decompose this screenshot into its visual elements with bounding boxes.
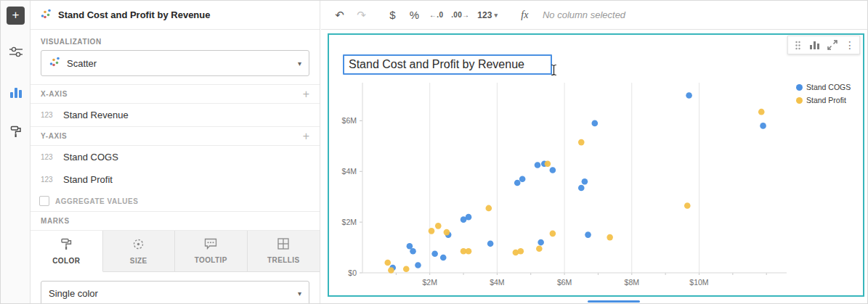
tab-tooltip[interactable]: TOOLTIP	[175, 231, 248, 272]
svg-text:$6M: $6M	[342, 116, 357, 125]
viz-type-value: Scatter	[67, 58, 291, 69]
y-axis-section-header: Y-AXIS +	[31, 126, 320, 146]
chart-legend: Stand COGS Stand Profit	[796, 83, 851, 104]
field-name: Stand Revenue	[63, 110, 129, 120]
numeric-type-icon: 123	[41, 111, 57, 119]
x-axis-label: X-AXIS	[41, 90, 303, 98]
marks-label: MARKS	[41, 217, 309, 225]
x-axis-section-header: X-AXIS +	[31, 84, 320, 104]
tab-label: COLOR	[52, 257, 80, 265]
legend-label: Stand Profit	[806, 96, 846, 104]
redo-button[interactable]: ↷	[352, 6, 371, 25]
formula-input[interactable]	[543, 9, 859, 20]
y-axis-field-stand-profit[interactable]: 123 Stand Profit	[31, 168, 320, 191]
tab-trellis[interactable]: TRELLIS	[248, 231, 320, 272]
svg-text:$8M: $8M	[625, 278, 639, 287]
svg-text:$2M: $2M	[422, 278, 437, 287]
format-toolbar: ↶ ↷ $ % ←.0 .00→ 123 ▾ fx	[321, 1, 867, 30]
panel-header: Stand Cost and Profit by Revenue	[31, 1, 320, 30]
aggregate-values-row: AGGREGATE VALUES	[31, 191, 320, 211]
chart-mini-toolbar: ⋮	[787, 36, 860, 54]
visualizations-nav-button[interactable]	[1, 82, 31, 105]
aggregate-values-checkbox[interactable]	[39, 196, 49, 206]
filters-nav-button[interactable]	[1, 41, 31, 65]
percent-format-button[interactable]: %	[405, 6, 424, 25]
increase-decimal-button[interactable]: .00→	[448, 6, 472, 25]
decrease-decimal-button[interactable]: ←.0	[426, 6, 446, 25]
expand-icon[interactable]	[824, 37, 840, 53]
visualization-section-label: VISUALIZATION	[31, 30, 320, 50]
color-mode-value: Single color	[49, 288, 291, 299]
tab-label: TOOLTIP	[195, 256, 227, 264]
drag-handle-icon[interactable]	[790, 37, 806, 53]
chevron-down-icon: ▾	[298, 59, 301, 67]
marks-section-header: MARKS	[31, 211, 320, 231]
chart-title-input[interactable]	[343, 54, 552, 75]
tab-color[interactable]: COLOR	[31, 231, 103, 272]
horizontal-scrollbar[interactable]	[588, 300, 640, 303]
svg-text:$4M: $4M	[490, 278, 504, 287]
tab-size[interactable]: SIZE	[103, 231, 176, 272]
legend-swatch-profit	[796, 97, 803, 104]
svg-text:$0: $0	[348, 268, 357, 277]
add-y-axis-column-icon[interactable]: +	[303, 131, 309, 142]
number-format-label: 123	[477, 10, 492, 20]
speech-bubble-icon	[204, 238, 217, 252]
scatter-icon	[49, 56, 60, 70]
add-button[interactable]: +	[7, 7, 25, 25]
chevron-down-icon: ▾	[494, 12, 498, 19]
tab-label: TRELLIS	[267, 256, 299, 264]
config-panel: Stand Cost and Profit by Revenue VISUALI…	[31, 1, 320, 303]
svg-text:$10M: $10M	[689, 278, 708, 287]
undo-button[interactable]: ↶	[330, 6, 349, 25]
chart-name-title: Stand Cost and Profit by Revenue	[58, 9, 210, 20]
dashed-circle-icon	[132, 238, 145, 253]
aggregate-values-label: AGGREGATE VALUES	[55, 197, 138, 205]
kebab-menu-icon[interactable]: ⋮	[842, 37, 858, 53]
y-axis-label: Y-AXIS	[41, 132, 303, 140]
chart-card[interactable]: ⋮ $2M$4M$6M$8M$10M$0$2M$4M$6M Stand COGS…	[328, 33, 864, 297]
app-window: +	[0, 0, 868, 304]
grid-icon	[277, 238, 289, 252]
field-name: Stand Profit	[63, 174, 113, 185]
marks-tabs: COLOR SIZE TOOLTIP	[31, 231, 320, 272]
scatter-icon	[40, 8, 52, 22]
formula-fx-icon: fx	[515, 6, 535, 25]
filter-sliders-icon	[9, 46, 23, 60]
scatter-plot[interactable]: $2M$4M$6M$8M$10M$0$2M$4M$6M	[332, 77, 794, 295]
add-x-axis-column-icon[interactable]: +	[303, 89, 309, 100]
paint-roller-icon	[60, 238, 73, 253]
format-nav-button[interactable]	[1, 121, 31, 144]
field-name: Stand COGS	[63, 152, 118, 163]
left-rail: +	[1, 1, 31, 303]
legend-item-stand-cogs[interactable]: Stand COGS	[796, 83, 851, 91]
svg-text:$4M: $4M	[342, 167, 357, 176]
legend-swatch-cogs	[796, 84, 803, 91]
svg-text:$6M: $6M	[557, 278, 572, 287]
legend-item-stand-profit[interactable]: Stand Profit	[796, 96, 851, 104]
tab-label: SIZE	[130, 257, 147, 265]
legend-label: Stand COGS	[806, 83, 851, 91]
chevron-down-icon: ▾	[298, 289, 301, 297]
paint-roller-icon	[10, 126, 22, 141]
x-axis-field-stand-revenue[interactable]: 123 Stand Revenue	[31, 104, 320, 126]
currency-format-button[interactable]: $	[383, 6, 402, 25]
y-axis-field-stand-cogs[interactable]: 123 Stand COGS	[31, 146, 320, 168]
number-format-select[interactable]: 123 ▾	[474, 6, 500, 25]
numeric-type-icon: 123	[41, 153, 57, 161]
color-mode-select[interactable]: Single color ▾	[41, 281, 309, 304]
edit-chart-icon[interactable]	[807, 37, 823, 53]
numeric-type-icon: 123	[41, 176, 57, 184]
svg-text:$2M: $2M	[342, 218, 357, 226]
viz-type-select[interactable]: Scatter ▾	[41, 50, 309, 76]
bar-chart-icon	[9, 86, 23, 101]
